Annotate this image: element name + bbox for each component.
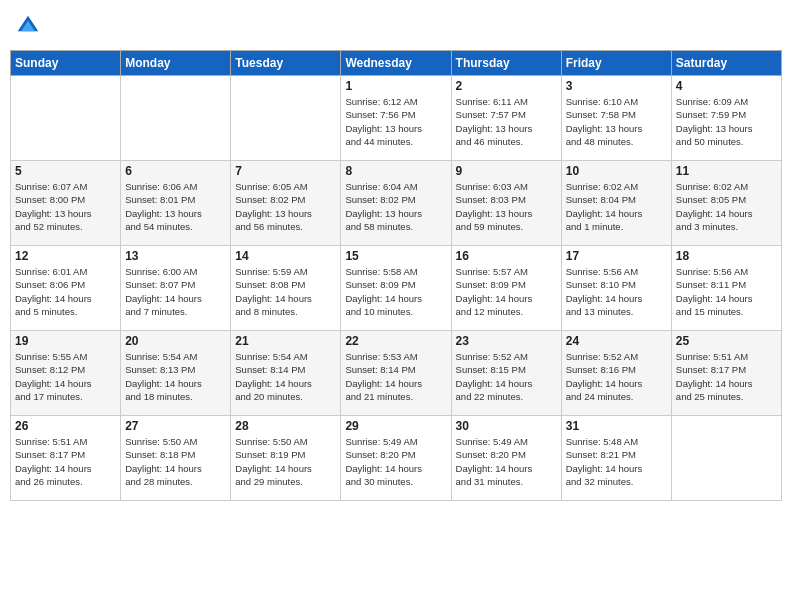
calendar-cell: 14Sunrise: 5:59 AM Sunset: 8:08 PM Dayli… — [231, 246, 341, 331]
day-info: Sunrise: 6:01 AM Sunset: 8:06 PM Dayligh… — [15, 265, 116, 318]
day-number: 30 — [456, 419, 557, 433]
day-info: Sunrise: 5:59 AM Sunset: 8:08 PM Dayligh… — [235, 265, 336, 318]
day-number: 25 — [676, 334, 777, 348]
day-number: 20 — [125, 334, 226, 348]
day-info: Sunrise: 6:12 AM Sunset: 7:56 PM Dayligh… — [345, 95, 446, 148]
day-number: 4 — [676, 79, 777, 93]
calendar-cell — [671, 416, 781, 501]
calendar-week-row: 1Sunrise: 6:12 AM Sunset: 7:56 PM Daylig… — [11, 76, 782, 161]
day-number: 13 — [125, 249, 226, 263]
day-header-tuesday: Tuesday — [231, 51, 341, 76]
calendar-cell: 28Sunrise: 5:50 AM Sunset: 8:19 PM Dayli… — [231, 416, 341, 501]
day-info: Sunrise: 6:02 AM Sunset: 8:05 PM Dayligh… — [676, 180, 777, 233]
day-info: Sunrise: 6:04 AM Sunset: 8:02 PM Dayligh… — [345, 180, 446, 233]
day-info: Sunrise: 6:11 AM Sunset: 7:57 PM Dayligh… — [456, 95, 557, 148]
calendar-cell: 1Sunrise: 6:12 AM Sunset: 7:56 PM Daylig… — [341, 76, 451, 161]
day-number: 12 — [15, 249, 116, 263]
calendar-cell: 3Sunrise: 6:10 AM Sunset: 7:58 PM Daylig… — [561, 76, 671, 161]
general-blue-icon — [16, 14, 40, 38]
calendar-cell: 6Sunrise: 6:06 AM Sunset: 8:01 PM Daylig… — [121, 161, 231, 246]
calendar-cell: 2Sunrise: 6:11 AM Sunset: 7:57 PM Daylig… — [451, 76, 561, 161]
day-number: 10 — [566, 164, 667, 178]
day-number: 21 — [235, 334, 336, 348]
day-info: Sunrise: 5:52 AM Sunset: 8:15 PM Dayligh… — [456, 350, 557, 403]
calendar-cell: 30Sunrise: 5:49 AM Sunset: 8:20 PM Dayli… — [451, 416, 561, 501]
day-info: Sunrise: 5:55 AM Sunset: 8:12 PM Dayligh… — [15, 350, 116, 403]
day-info: Sunrise: 5:54 AM Sunset: 8:14 PM Dayligh… — [235, 350, 336, 403]
calendar-week-row: 26Sunrise: 5:51 AM Sunset: 8:17 PM Dayli… — [11, 416, 782, 501]
calendar-cell: 27Sunrise: 5:50 AM Sunset: 8:18 PM Dayli… — [121, 416, 231, 501]
calendar-cell: 25Sunrise: 5:51 AM Sunset: 8:17 PM Dayli… — [671, 331, 781, 416]
day-number: 2 — [456, 79, 557, 93]
calendar-cell: 4Sunrise: 6:09 AM Sunset: 7:59 PM Daylig… — [671, 76, 781, 161]
day-info: Sunrise: 5:58 AM Sunset: 8:09 PM Dayligh… — [345, 265, 446, 318]
day-number: 5 — [15, 164, 116, 178]
day-header-sunday: Sunday — [11, 51, 121, 76]
page-header — [10, 10, 782, 42]
calendar-week-row: 5Sunrise: 6:07 AM Sunset: 8:00 PM Daylig… — [11, 161, 782, 246]
day-number: 19 — [15, 334, 116, 348]
day-info: Sunrise: 6:06 AM Sunset: 8:01 PM Dayligh… — [125, 180, 226, 233]
day-number: 16 — [456, 249, 557, 263]
day-number: 6 — [125, 164, 226, 178]
calendar-week-row: 19Sunrise: 5:55 AM Sunset: 8:12 PM Dayli… — [11, 331, 782, 416]
calendar-cell: 8Sunrise: 6:04 AM Sunset: 8:02 PM Daylig… — [341, 161, 451, 246]
day-info: Sunrise: 5:52 AM Sunset: 8:16 PM Dayligh… — [566, 350, 667, 403]
calendar-cell: 11Sunrise: 6:02 AM Sunset: 8:05 PM Dayli… — [671, 161, 781, 246]
calendar-cell: 15Sunrise: 5:58 AM Sunset: 8:09 PM Dayli… — [341, 246, 451, 331]
day-info: Sunrise: 5:51 AM Sunset: 8:17 PM Dayligh… — [15, 435, 116, 488]
day-info: Sunrise: 5:50 AM Sunset: 8:19 PM Dayligh… — [235, 435, 336, 488]
day-info: Sunrise: 5:53 AM Sunset: 8:14 PM Dayligh… — [345, 350, 446, 403]
day-info: Sunrise: 6:09 AM Sunset: 7:59 PM Dayligh… — [676, 95, 777, 148]
day-number: 8 — [345, 164, 446, 178]
day-number: 29 — [345, 419, 446, 433]
calendar-cell: 21Sunrise: 5:54 AM Sunset: 8:14 PM Dayli… — [231, 331, 341, 416]
day-number: 11 — [676, 164, 777, 178]
calendar-cell: 29Sunrise: 5:49 AM Sunset: 8:20 PM Dayli… — [341, 416, 451, 501]
day-number: 27 — [125, 419, 226, 433]
calendar-cell: 17Sunrise: 5:56 AM Sunset: 8:10 PM Dayli… — [561, 246, 671, 331]
calendar-cell — [231, 76, 341, 161]
day-info: Sunrise: 5:54 AM Sunset: 8:13 PM Dayligh… — [125, 350, 226, 403]
calendar-cell: 7Sunrise: 6:05 AM Sunset: 8:02 PM Daylig… — [231, 161, 341, 246]
day-number: 28 — [235, 419, 336, 433]
calendar-cell — [121, 76, 231, 161]
day-info: Sunrise: 6:07 AM Sunset: 8:00 PM Dayligh… — [15, 180, 116, 233]
day-info: Sunrise: 5:57 AM Sunset: 8:09 PM Dayligh… — [456, 265, 557, 318]
calendar-cell: 13Sunrise: 6:00 AM Sunset: 8:07 PM Dayli… — [121, 246, 231, 331]
calendar-cell: 31Sunrise: 5:48 AM Sunset: 8:21 PM Dayli… — [561, 416, 671, 501]
day-number: 1 — [345, 79, 446, 93]
day-info: Sunrise: 5:49 AM Sunset: 8:20 PM Dayligh… — [456, 435, 557, 488]
day-header-monday: Monday — [121, 51, 231, 76]
calendar-cell: 12Sunrise: 6:01 AM Sunset: 8:06 PM Dayli… — [11, 246, 121, 331]
day-number: 14 — [235, 249, 336, 263]
day-number: 9 — [456, 164, 557, 178]
day-header-saturday: Saturday — [671, 51, 781, 76]
calendar-cell: 18Sunrise: 5:56 AM Sunset: 8:11 PM Dayli… — [671, 246, 781, 331]
day-number: 22 — [345, 334, 446, 348]
day-info: Sunrise: 5:51 AM Sunset: 8:17 PM Dayligh… — [676, 350, 777, 403]
day-number: 17 — [566, 249, 667, 263]
day-header-thursday: Thursday — [451, 51, 561, 76]
day-number: 26 — [15, 419, 116, 433]
calendar-cell: 26Sunrise: 5:51 AM Sunset: 8:17 PM Dayli… — [11, 416, 121, 501]
calendar-week-row: 12Sunrise: 6:01 AM Sunset: 8:06 PM Dayli… — [11, 246, 782, 331]
calendar-cell: 9Sunrise: 6:03 AM Sunset: 8:03 PM Daylig… — [451, 161, 561, 246]
day-info: Sunrise: 5:56 AM Sunset: 8:10 PM Dayligh… — [566, 265, 667, 318]
calendar-cell — [11, 76, 121, 161]
day-number: 18 — [676, 249, 777, 263]
calendar-cell: 10Sunrise: 6:02 AM Sunset: 8:04 PM Dayli… — [561, 161, 671, 246]
day-info: Sunrise: 5:50 AM Sunset: 8:18 PM Dayligh… — [125, 435, 226, 488]
calendar-cell: 22Sunrise: 5:53 AM Sunset: 8:14 PM Dayli… — [341, 331, 451, 416]
calendar-table: SundayMondayTuesdayWednesdayThursdayFrid… — [10, 50, 782, 501]
day-info: Sunrise: 6:05 AM Sunset: 8:02 PM Dayligh… — [235, 180, 336, 233]
day-info: Sunrise: 6:02 AM Sunset: 8:04 PM Dayligh… — [566, 180, 667, 233]
day-header-friday: Friday — [561, 51, 671, 76]
day-info: Sunrise: 5:48 AM Sunset: 8:21 PM Dayligh… — [566, 435, 667, 488]
calendar-cell: 19Sunrise: 5:55 AM Sunset: 8:12 PM Dayli… — [11, 331, 121, 416]
day-info: Sunrise: 6:10 AM Sunset: 7:58 PM Dayligh… — [566, 95, 667, 148]
day-info: Sunrise: 5:49 AM Sunset: 8:20 PM Dayligh… — [345, 435, 446, 488]
day-number: 31 — [566, 419, 667, 433]
day-number: 15 — [345, 249, 446, 263]
day-number: 23 — [456, 334, 557, 348]
